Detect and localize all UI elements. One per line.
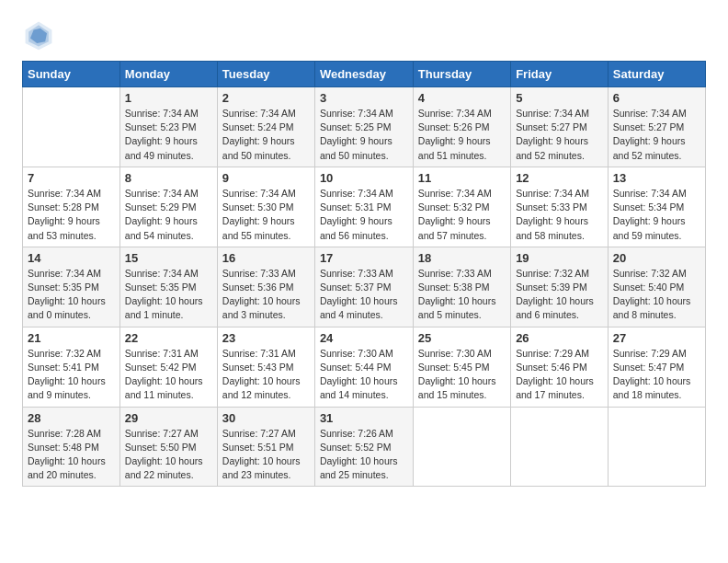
day-info: Sunrise: 7:33 AM Sunset: 5:38 PM Dayligh… bbox=[418, 267, 506, 323]
day-cell: 25Sunrise: 7:30 AM Sunset: 5:45 PM Dayli… bbox=[413, 327, 510, 407]
week-row-5: 28Sunrise: 7:28 AM Sunset: 5:48 PM Dayli… bbox=[23, 407, 706, 487]
header-day-sunday: Sunday bbox=[23, 62, 120, 87]
day-number: 17 bbox=[320, 251, 408, 265]
header-day-tuesday: Tuesday bbox=[217, 62, 314, 87]
day-number: 13 bbox=[613, 171, 700, 185]
day-cell: 21Sunrise: 7:32 AM Sunset: 5:41 PM Dayli… bbox=[23, 327, 120, 407]
day-cell: 6Sunrise: 7:34 AM Sunset: 5:27 PM Daylig… bbox=[608, 87, 705, 167]
day-number: 9 bbox=[222, 171, 310, 185]
day-number: 3 bbox=[320, 91, 408, 105]
day-cell: 18Sunrise: 7:33 AM Sunset: 5:38 PM Dayli… bbox=[413, 247, 510, 327]
week-row-3: 14Sunrise: 7:34 AM Sunset: 5:35 PM Dayli… bbox=[23, 247, 706, 327]
day-info: Sunrise: 7:28 AM Sunset: 5:48 PM Dayligh… bbox=[28, 427, 115, 483]
day-info: Sunrise: 7:34 AM Sunset: 5:34 PM Dayligh… bbox=[613, 187, 700, 243]
day-number: 11 bbox=[418, 171, 506, 185]
day-info: Sunrise: 7:33 AM Sunset: 5:36 PM Dayligh… bbox=[222, 267, 310, 323]
day-info: Sunrise: 7:34 AM Sunset: 5:35 PM Dayligh… bbox=[28, 267, 115, 323]
day-cell: 9Sunrise: 7:34 AM Sunset: 5:30 PM Daylig… bbox=[217, 167, 314, 247]
day-info: Sunrise: 7:27 AM Sunset: 5:50 PM Dayligh… bbox=[125, 427, 212, 483]
day-cell: 23Sunrise: 7:31 AM Sunset: 5:43 PM Dayli… bbox=[217, 327, 314, 407]
day-cell bbox=[608, 407, 705, 487]
day-info: Sunrise: 7:34 AM Sunset: 5:25 PM Dayligh… bbox=[320, 107, 408, 163]
day-number: 16 bbox=[222, 251, 310, 265]
day-number: 5 bbox=[516, 91, 603, 105]
header bbox=[22, 18, 706, 52]
calendar-table: SundayMondayTuesdayWednesdayThursdayFrid… bbox=[22, 61, 706, 487]
day-number: 15 bbox=[125, 251, 212, 265]
day-cell: 1Sunrise: 7:34 AM Sunset: 5:23 PM Daylig… bbox=[119, 87, 217, 167]
day-info: Sunrise: 7:34 AM Sunset: 5:32 PM Dayligh… bbox=[418, 187, 506, 243]
day-number: 23 bbox=[222, 331, 310, 345]
day-number: 14 bbox=[28, 251, 115, 265]
day-number: 8 bbox=[125, 171, 212, 185]
day-number: 22 bbox=[125, 331, 212, 345]
day-cell: 2Sunrise: 7:34 AM Sunset: 5:24 PM Daylig… bbox=[217, 87, 314, 167]
day-cell: 24Sunrise: 7:30 AM Sunset: 5:44 PM Dayli… bbox=[314, 327, 413, 407]
day-cell: 19Sunrise: 7:32 AM Sunset: 5:39 PM Dayli… bbox=[511, 247, 609, 327]
day-cell: 16Sunrise: 7:33 AM Sunset: 5:36 PM Dayli… bbox=[217, 247, 314, 327]
header-day-friday: Friday bbox=[511, 62, 609, 87]
day-cell: 8Sunrise: 7:34 AM Sunset: 5:29 PM Daylig… bbox=[119, 167, 217, 247]
day-number: 30 bbox=[222, 411, 310, 425]
day-cell bbox=[511, 407, 609, 487]
day-info: Sunrise: 7:29 AM Sunset: 5:47 PM Dayligh… bbox=[613, 347, 700, 403]
day-cell: 5Sunrise: 7:34 AM Sunset: 5:27 PM Daylig… bbox=[511, 87, 609, 167]
day-number: 19 bbox=[516, 251, 603, 265]
day-cell: 14Sunrise: 7:34 AM Sunset: 5:35 PM Dayli… bbox=[23, 247, 120, 327]
header-day-wednesday: Wednesday bbox=[314, 62, 413, 87]
day-info: Sunrise: 7:34 AM Sunset: 5:23 PM Dayligh… bbox=[125, 107, 212, 163]
day-number: 10 bbox=[320, 171, 408, 185]
day-cell: 27Sunrise: 7:29 AM Sunset: 5:47 PM Dayli… bbox=[608, 327, 705, 407]
day-number: 6 bbox=[613, 91, 700, 105]
day-cell: 31Sunrise: 7:26 AM Sunset: 5:52 PM Dayli… bbox=[314, 407, 413, 487]
day-cell bbox=[23, 87, 120, 167]
day-info: Sunrise: 7:34 AM Sunset: 5:26 PM Dayligh… bbox=[418, 107, 506, 163]
day-info: Sunrise: 7:26 AM Sunset: 5:52 PM Dayligh… bbox=[320, 427, 408, 483]
day-info: Sunrise: 7:34 AM Sunset: 5:31 PM Dayligh… bbox=[320, 187, 408, 243]
day-number: 7 bbox=[28, 171, 115, 185]
header-day-monday: Monday bbox=[119, 62, 217, 87]
day-cell: 17Sunrise: 7:33 AM Sunset: 5:37 PM Dayli… bbox=[314, 247, 413, 327]
calendar-body: 1Sunrise: 7:34 AM Sunset: 5:23 PM Daylig… bbox=[23, 87, 706, 487]
day-number: 28 bbox=[28, 411, 115, 425]
day-cell: 11Sunrise: 7:34 AM Sunset: 5:32 PM Dayli… bbox=[413, 167, 510, 247]
day-number: 24 bbox=[320, 331, 408, 345]
day-number: 4 bbox=[418, 91, 506, 105]
day-cell: 4Sunrise: 7:34 AM Sunset: 5:26 PM Daylig… bbox=[413, 87, 510, 167]
day-info: Sunrise: 7:30 AM Sunset: 5:44 PM Dayligh… bbox=[320, 347, 408, 403]
day-cell: 15Sunrise: 7:34 AM Sunset: 5:35 PM Dayli… bbox=[119, 247, 217, 327]
day-info: Sunrise: 7:34 AM Sunset: 5:24 PM Dayligh… bbox=[222, 107, 310, 163]
day-number: 21 bbox=[28, 331, 115, 345]
day-number: 31 bbox=[320, 411, 408, 425]
day-number: 26 bbox=[516, 331, 603, 345]
day-cell: 29Sunrise: 7:27 AM Sunset: 5:50 PM Dayli… bbox=[119, 407, 217, 487]
day-cell: 7Sunrise: 7:34 AM Sunset: 5:28 PM Daylig… bbox=[23, 167, 120, 247]
week-row-1: 1Sunrise: 7:34 AM Sunset: 5:23 PM Daylig… bbox=[23, 87, 706, 167]
day-info: Sunrise: 7:33 AM Sunset: 5:37 PM Dayligh… bbox=[320, 267, 408, 323]
day-number: 29 bbox=[125, 411, 212, 425]
day-info: Sunrise: 7:32 AM Sunset: 5:39 PM Dayligh… bbox=[516, 267, 603, 323]
day-number: 1 bbox=[125, 91, 212, 105]
day-cell: 12Sunrise: 7:34 AM Sunset: 5:33 PM Dayli… bbox=[511, 167, 609, 247]
day-info: Sunrise: 7:34 AM Sunset: 5:35 PM Dayligh… bbox=[125, 267, 212, 323]
header-day-thursday: Thursday bbox=[413, 62, 510, 87]
day-info: Sunrise: 7:31 AM Sunset: 5:43 PM Dayligh… bbox=[222, 347, 310, 403]
week-row-2: 7Sunrise: 7:34 AM Sunset: 5:28 PM Daylig… bbox=[23, 167, 706, 247]
day-cell: 26Sunrise: 7:29 AM Sunset: 5:46 PM Dayli… bbox=[511, 327, 609, 407]
day-cell bbox=[413, 407, 510, 487]
day-cell: 3Sunrise: 7:34 AM Sunset: 5:25 PM Daylig… bbox=[314, 87, 413, 167]
day-info: Sunrise: 7:34 AM Sunset: 5:30 PM Dayligh… bbox=[222, 187, 310, 243]
day-cell: 20Sunrise: 7:32 AM Sunset: 5:40 PM Dayli… bbox=[608, 247, 705, 327]
day-info: Sunrise: 7:31 AM Sunset: 5:42 PM Dayligh… bbox=[125, 347, 212, 403]
day-info: Sunrise: 7:32 AM Sunset: 5:41 PM Dayligh… bbox=[28, 347, 115, 403]
day-cell: 13Sunrise: 7:34 AM Sunset: 5:34 PM Dayli… bbox=[608, 167, 705, 247]
day-number: 20 bbox=[613, 251, 700, 265]
day-number: 27 bbox=[613, 331, 700, 345]
day-number: 18 bbox=[418, 251, 506, 265]
logo-icon bbox=[22, 18, 55, 52]
day-info: Sunrise: 7:34 AM Sunset: 5:27 PM Dayligh… bbox=[613, 107, 700, 163]
day-number: 25 bbox=[418, 331, 506, 345]
calendar-header: SundayMondayTuesdayWednesdayThursdayFrid… bbox=[23, 62, 706, 87]
day-number: 2 bbox=[222, 91, 310, 105]
day-info: Sunrise: 7:34 AM Sunset: 5:27 PM Dayligh… bbox=[516, 107, 603, 163]
